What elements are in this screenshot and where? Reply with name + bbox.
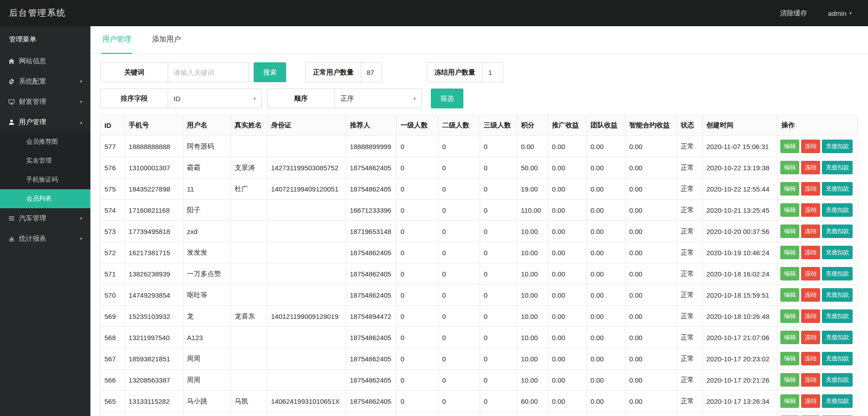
sidebar-subitem-member-list[interactable]: 会员列表: [0, 189, 90, 208]
order-select[interactable]: 正序 ▾: [335, 89, 422, 108]
main: 用户管理添加用户 关键词 搜索 正常用户数量 87 冻结用户数量 1 排序字段 …: [90, 0, 868, 416]
cell: 565: [101, 391, 125, 412]
cell: 0: [438, 200, 480, 221]
recharge-button[interactable]: 充值扣款: [822, 288, 853, 302]
freeze-button[interactable]: 冻结: [801, 373, 820, 387]
edit-button[interactable]: 编辑: [780, 182, 799, 196]
freeze-button[interactable]: 冻结: [801, 267, 820, 280]
cell: 575: [101, 178, 125, 200]
cell: 0.00: [625, 200, 677, 221]
keyword-input[interactable]: [168, 62, 249, 82]
freeze-button[interactable]: 冻结: [801, 140, 820, 153]
recharge-button[interactable]: 充值扣款: [822, 267, 853, 280]
order-value: 正序: [340, 94, 354, 103]
cell: 0.00: [587, 157, 625, 178]
cell: 0.00: [625, 327, 677, 348]
edit-button[interactable]: 编辑: [780, 246, 799, 259]
recharge-button[interactable]: 充值扣款: [822, 352, 853, 365]
cell: 0: [396, 369, 438, 391]
freeze-button[interactable]: 冻结: [801, 394, 820, 408]
sidebar-item-user-management[interactable]: 用户管理▴: [0, 112, 90, 132]
display-icon: [8, 98, 19, 105]
cell: 0.00: [548, 200, 586, 221]
cell: 0: [438, 263, 480, 285]
sort-field-select[interactable]: ID ▾: [168, 89, 262, 108]
cell: 2020-10-18 15:59:51: [703, 285, 778, 306]
row-actions: 编辑冻结充值扣款: [778, 391, 858, 412]
freeze-button[interactable]: 冻结: [801, 161, 820, 174]
cell: 0: [438, 348, 480, 369]
edit-button[interactable]: 编辑: [780, 267, 799, 280]
cell: 0.00: [548, 348, 586, 369]
cell: 569: [101, 306, 125, 327]
edit-button[interactable]: 编辑: [780, 288, 799, 302]
sidebar-item-stats-report[interactable]: 统计报表▾: [0, 229, 90, 249]
recharge-button[interactable]: 充值扣款: [822, 182, 853, 196]
edit-button[interactable]: 编辑: [780, 224, 799, 238]
recharge-button[interactable]: 充值扣款: [822, 203, 853, 217]
cell: 13272168201: [125, 412, 183, 416]
sidebar-subitem-realname-management[interactable]: 实名管理: [0, 151, 90, 170]
freeze-button[interactable]: 冻结: [801, 331, 820, 344]
edit-button[interactable]: 编辑: [780, 352, 799, 365]
recharge-button[interactable]: 充值扣款: [822, 246, 853, 259]
cell: 0.00: [548, 242, 586, 263]
recharge-button[interactable]: 充值扣款: [822, 309, 853, 323]
cell: 0.00: [625, 263, 677, 285]
cell: [231, 263, 267, 285]
user-icon: [8, 119, 19, 126]
edit-button[interactable]: 编辑: [780, 309, 799, 323]
row-actions: 编辑冻结充值扣款: [778, 348, 858, 369]
sidebar-item-site-info[interactable]: 网站信息: [0, 51, 90, 71]
cell: 2020-10-17 20:21:26: [703, 369, 778, 391]
cell: 0: [438, 221, 480, 242]
recharge-button[interactable]: 充值扣款: [822, 140, 853, 153]
freeze-button[interactable]: 冻结: [801, 309, 820, 323]
table-row: 57216217381715发发发1875486240500010.000.00…: [101, 242, 858, 263]
freeze-button[interactable]: 冻结: [801, 182, 820, 196]
sidebar-subitem-member-referral[interactable]: 会员推荐图: [0, 132, 90, 151]
cell: 0.00: [548, 178, 586, 200]
recharge-button[interactable]: 充值扣款: [822, 161, 853, 174]
table-body: 57718888888888阿奇源码188888999990000.000.00…: [101, 136, 858, 416]
edit-button[interactable]: 编辑: [780, 161, 799, 174]
cell: 10.00: [517, 369, 548, 391]
recharge-button[interactable]: 充值扣款: [822, 224, 853, 238]
search-button[interactable]: 搜索: [254, 62, 286, 82]
recharge-button[interactable]: 充值扣款: [822, 331, 853, 344]
recharge-button[interactable]: 充值扣款: [822, 394, 853, 408]
cell: 0: [438, 157, 480, 178]
sidebar-item-car-management[interactable]: 汽车管理▾: [0, 208, 90, 229]
edit-button[interactable]: 编辑: [780, 331, 799, 344]
edit-button[interactable]: 编辑: [780, 394, 799, 408]
cell: 0: [480, 285, 517, 306]
row-actions: 编辑冻结充值扣款: [778, 242, 858, 263]
filter-row-1: 关键词 搜索 正常用户数量 87 冻结用户数量 1: [100, 62, 858, 82]
cell: 18888899999: [346, 136, 396, 157]
freeze-button[interactable]: 冻结: [801, 246, 820, 259]
cell: 17160821168: [125, 200, 183, 221]
cell: 0: [438, 391, 480, 412]
row-actions: 编辑冻结充值扣款: [778, 200, 858, 221]
user-menu[interactable]: admin ▾: [828, 9, 852, 17]
clear-cache-button[interactable]: 清除缓存: [780, 9, 807, 18]
edit-button[interactable]: 编辑: [780, 373, 799, 387]
freeze-button[interactable]: 冻结: [801, 224, 820, 238]
frozen-users-label: 冻结用户数量: [427, 62, 483, 82]
tab-user-management[interactable]: 用户管理: [101, 26, 132, 54]
cell: [267, 285, 346, 306]
sidebar-item-system-config[interactable]: 系统配置▾: [0, 71, 90, 92]
freeze-button[interactable]: 冻结: [801, 203, 820, 217]
tab-add-user[interactable]: 添加用户: [151, 26, 182, 54]
cell: 2020-10-17 20:23:02: [703, 348, 778, 369]
sidebar-subitem-phone-captcha[interactable]: 手机验证码: [0, 170, 90, 189]
cell: 18754862405: [346, 369, 396, 391]
edit-button[interactable]: 编辑: [780, 203, 799, 217]
sidebar-item-label: 汽车管理: [19, 214, 46, 223]
filter-button[interactable]: 筛选: [431, 89, 463, 108]
edit-button[interactable]: 编辑: [780, 140, 799, 153]
freeze-button[interactable]: 冻结: [801, 352, 820, 365]
freeze-button[interactable]: 冻结: [801, 288, 820, 302]
recharge-button[interactable]: 充值扣款: [822, 373, 853, 387]
sidebar-item-wealth-management[interactable]: 财富管理▾: [0, 92, 90, 112]
